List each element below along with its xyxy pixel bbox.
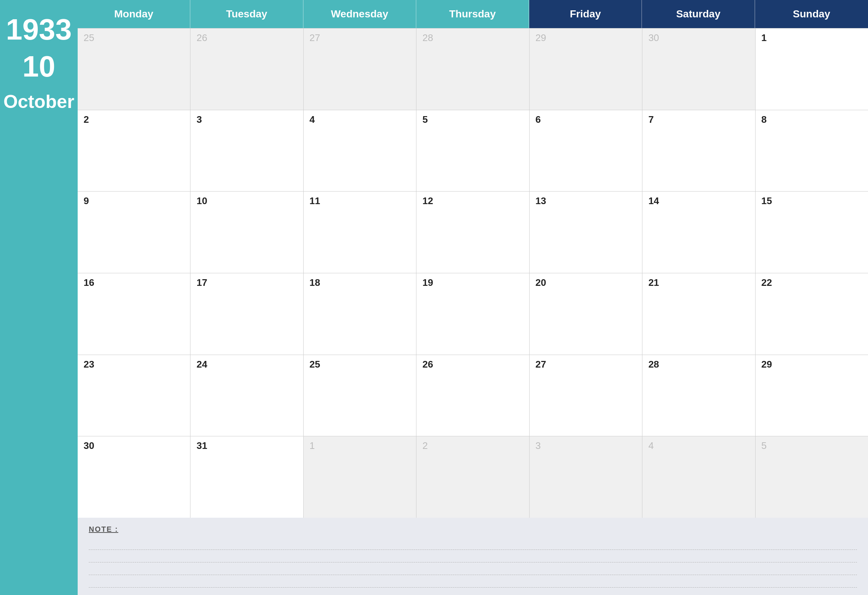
day-cell: 14 [642,192,755,273]
day-number: 11 [310,196,320,205]
day-cell: 15 [756,192,868,273]
header-day-monday: Monday [78,0,190,28]
day-cell: 16 [78,273,190,354]
day-number: 4 [310,115,315,124]
day-number: 5 [422,115,428,124]
day-cell: 4 [304,110,416,192]
day-cell: 27 [304,28,416,110]
header-day-sunday: Sunday [755,0,868,28]
day-number: 12 [422,196,433,205]
day-cell: 26 [416,355,529,436]
day-number: 28 [648,359,659,369]
day-cell: 29 [756,355,868,436]
day-cell: 12 [416,192,529,273]
calendar-grid: 2526272829301234567891011121314151617181… [78,28,868,518]
day-number: 23 [84,359,94,369]
header-day-saturday: Saturday [642,0,755,28]
day-number: 21 [648,278,659,287]
day-cell: 7 [642,110,755,192]
day-cell: 2 [416,436,529,518]
header-day-wednesday: Wednesday [304,0,416,28]
day-cell: 11 [304,192,416,273]
day-cell: 1 [304,436,416,518]
day-cell: 24 [190,355,303,436]
day-cell: 19 [416,273,529,354]
day-number: 26 [196,33,207,43]
day-number: 17 [196,278,207,287]
day-cell: 26 [190,28,303,110]
notes-section: NOTE : [78,518,868,595]
day-cell: 9 [78,192,190,273]
note-label: NOTE : [89,525,857,534]
day-number: 20 [536,278,546,287]
day-number: 25 [84,33,94,43]
day-number: 29 [762,359,772,369]
day-number: 29 [536,33,546,43]
day-cell: 21 [642,273,755,354]
day-cell: 13 [530,192,642,273]
day-cell: 8 [756,110,868,192]
day-number: 6 [536,115,541,124]
day-number: 15 [762,196,772,205]
main-content: MondayTuesdayWednesdayThursdayFridaySatu… [78,0,868,595]
day-cell: 20 [530,273,642,354]
day-number: 1 [310,441,315,450]
day-number: 27 [310,33,320,43]
day-number: 14 [648,196,659,205]
day-cell: 6 [530,110,642,192]
day-number: 5 [762,441,767,450]
day-number: 31 [196,441,207,450]
day-cell: 2 [78,110,190,192]
day-number: 8 [762,115,767,124]
calendar: MondayTuesdayWednesdayThursdayFridaySatu… [78,0,868,518]
day-cell: 25 [78,28,190,110]
note-line [89,563,857,575]
day-number: 9 [84,196,89,205]
day-number: 13 [536,196,546,205]
day-number: 22 [762,278,772,287]
month-number-label: 10 [22,52,56,81]
day-number: 3 [536,441,541,450]
day-cell: 3 [190,110,303,192]
day-cell: 31 [190,436,303,518]
day-cell: 25 [304,355,416,436]
day-cell: 5 [756,436,868,518]
day-cell: 18 [304,273,416,354]
note-line [89,575,857,588]
day-number: 4 [648,441,654,450]
calendar-header: MondayTuesdayWednesdayThursdayFridaySatu… [78,0,868,28]
day-number: 24 [196,359,207,369]
day-cell: 17 [190,273,303,354]
day-cell: 22 [756,273,868,354]
day-cell: 23 [78,355,190,436]
day-number: 30 [648,33,659,43]
header-day-tuesday: Tuesday [190,0,303,28]
day-number: 30 [84,441,94,450]
day-number: 27 [536,359,546,369]
day-cell: 30 [642,28,755,110]
day-number: 26 [422,359,433,369]
day-cell: 10 [190,192,303,273]
day-number: 19 [422,278,433,287]
day-cell: 5 [416,110,529,192]
day-number: 25 [310,359,320,369]
day-number: 2 [422,441,428,450]
day-cell: 1 [756,28,868,110]
day-number: 3 [196,115,202,124]
day-cell: 28 [416,28,529,110]
day-number: 18 [310,278,320,287]
day-number: 16 [84,278,94,287]
day-cell: 27 [530,355,642,436]
header-day-friday: Friday [529,0,642,28]
day-number: 7 [648,115,654,124]
day-cell: 30 [78,436,190,518]
note-line [89,550,857,563]
day-number: 28 [422,33,433,43]
day-number: 2 [84,115,89,124]
note-line [89,537,857,550]
sidebar: 1933 10 October [0,0,78,595]
day-cell: 4 [642,436,755,518]
header-day-thursday: Thursday [416,0,529,28]
day-number: 1 [762,33,767,43]
day-cell: 3 [530,436,642,518]
